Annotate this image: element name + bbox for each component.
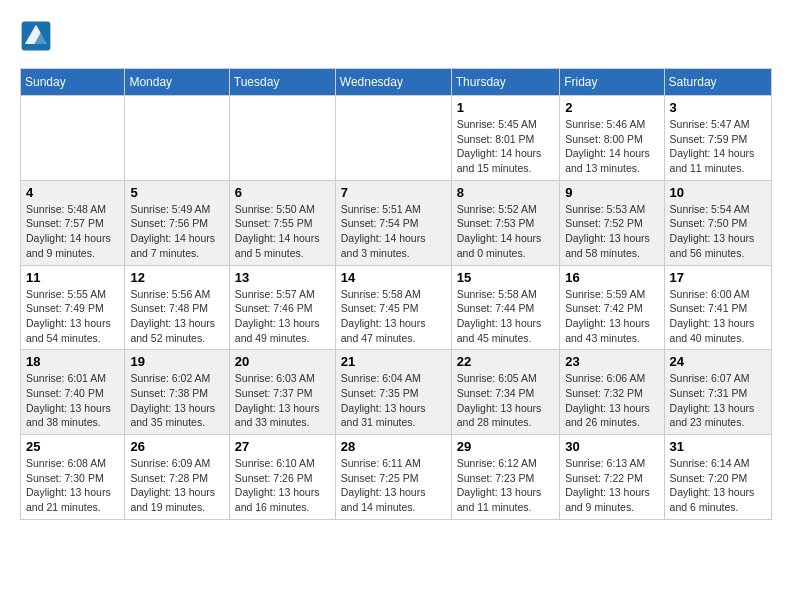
day-number: 5 — [130, 185, 223, 200]
header-saturday: Saturday — [664, 69, 771, 96]
table-row — [229, 96, 335, 181]
header-wednesday: Wednesday — [335, 69, 451, 96]
table-row: 12Sunrise: 5:56 AM Sunset: 7:48 PM Dayli… — [125, 265, 229, 350]
table-row: 27Sunrise: 6:10 AM Sunset: 7:26 PM Dayli… — [229, 435, 335, 520]
day-info: Sunrise: 6:12 AM Sunset: 7:23 PM Dayligh… — [457, 456, 554, 515]
day-number: 26 — [130, 439, 223, 454]
table-row: 7Sunrise: 5:51 AM Sunset: 7:54 PM Daylig… — [335, 180, 451, 265]
day-info: Sunrise: 5:52 AM Sunset: 7:53 PM Dayligh… — [457, 202, 554, 261]
day-info: Sunrise: 5:46 AM Sunset: 8:00 PM Dayligh… — [565, 117, 658, 176]
day-number: 2 — [565, 100, 658, 115]
table-row: 14Sunrise: 5:58 AM Sunset: 7:45 PM Dayli… — [335, 265, 451, 350]
day-number: 24 — [670, 354, 766, 369]
day-number: 6 — [235, 185, 330, 200]
day-info: Sunrise: 5:50 AM Sunset: 7:55 PM Dayligh… — [235, 202, 330, 261]
table-row: 10Sunrise: 5:54 AM Sunset: 7:50 PM Dayli… — [664, 180, 771, 265]
table-row: 30Sunrise: 6:13 AM Sunset: 7:22 PM Dayli… — [560, 435, 664, 520]
header-friday: Friday — [560, 69, 664, 96]
header-tuesday: Tuesday — [229, 69, 335, 96]
table-row: 17Sunrise: 6:00 AM Sunset: 7:41 PM Dayli… — [664, 265, 771, 350]
day-number: 31 — [670, 439, 766, 454]
table-row: 31Sunrise: 6:14 AM Sunset: 7:20 PM Dayli… — [664, 435, 771, 520]
day-info: Sunrise: 5:54 AM Sunset: 7:50 PM Dayligh… — [670, 202, 766, 261]
table-row: 11Sunrise: 5:55 AM Sunset: 7:49 PM Dayli… — [21, 265, 125, 350]
table-row: 26Sunrise: 6:09 AM Sunset: 7:28 PM Dayli… — [125, 435, 229, 520]
day-info: Sunrise: 5:58 AM Sunset: 7:44 PM Dayligh… — [457, 287, 554, 346]
table-row: 5Sunrise: 5:49 AM Sunset: 7:56 PM Daylig… — [125, 180, 229, 265]
calendar-table: SundayMondayTuesdayWednesdayThursdayFrid… — [20, 68, 772, 520]
day-number: 10 — [670, 185, 766, 200]
week-row-2: 4Sunrise: 5:48 AM Sunset: 7:57 PM Daylig… — [21, 180, 772, 265]
table-row: 8Sunrise: 5:52 AM Sunset: 7:53 PM Daylig… — [451, 180, 559, 265]
logo-icon — [20, 20, 52, 52]
day-number: 20 — [235, 354, 330, 369]
table-row: 24Sunrise: 6:07 AM Sunset: 7:31 PM Dayli… — [664, 350, 771, 435]
day-number: 30 — [565, 439, 658, 454]
day-info: Sunrise: 5:48 AM Sunset: 7:57 PM Dayligh… — [26, 202, 119, 261]
day-info: Sunrise: 5:56 AM Sunset: 7:48 PM Dayligh… — [130, 287, 223, 346]
day-info: Sunrise: 6:07 AM Sunset: 7:31 PM Dayligh… — [670, 371, 766, 430]
day-info: Sunrise: 6:02 AM Sunset: 7:38 PM Dayligh… — [130, 371, 223, 430]
day-info: Sunrise: 6:00 AM Sunset: 7:41 PM Dayligh… — [670, 287, 766, 346]
day-info: Sunrise: 5:58 AM Sunset: 7:45 PM Dayligh… — [341, 287, 446, 346]
day-info: Sunrise: 6:03 AM Sunset: 7:37 PM Dayligh… — [235, 371, 330, 430]
table-row — [21, 96, 125, 181]
table-row: 21Sunrise: 6:04 AM Sunset: 7:35 PM Dayli… — [335, 350, 451, 435]
day-number: 7 — [341, 185, 446, 200]
day-number: 4 — [26, 185, 119, 200]
day-number: 19 — [130, 354, 223, 369]
week-row-3: 11Sunrise: 5:55 AM Sunset: 7:49 PM Dayli… — [21, 265, 772, 350]
day-info: Sunrise: 5:47 AM Sunset: 7:59 PM Dayligh… — [670, 117, 766, 176]
header-thursday: Thursday — [451, 69, 559, 96]
day-number: 1 — [457, 100, 554, 115]
table-row: 28Sunrise: 6:11 AM Sunset: 7:25 PM Dayli… — [335, 435, 451, 520]
header-monday: Monday — [125, 69, 229, 96]
day-number: 16 — [565, 270, 658, 285]
header-sunday: Sunday — [21, 69, 125, 96]
day-info: Sunrise: 6:01 AM Sunset: 7:40 PM Dayligh… — [26, 371, 119, 430]
table-row: 6Sunrise: 5:50 AM Sunset: 7:55 PM Daylig… — [229, 180, 335, 265]
day-number: 29 — [457, 439, 554, 454]
calendar-header-row: SundayMondayTuesdayWednesdayThursdayFrid… — [21, 69, 772, 96]
day-number: 18 — [26, 354, 119, 369]
week-row-1: 1Sunrise: 5:45 AM Sunset: 8:01 PM Daylig… — [21, 96, 772, 181]
day-info: Sunrise: 6:04 AM Sunset: 7:35 PM Dayligh… — [341, 371, 446, 430]
day-number: 8 — [457, 185, 554, 200]
day-number: 12 — [130, 270, 223, 285]
table-row: 15Sunrise: 5:58 AM Sunset: 7:44 PM Dayli… — [451, 265, 559, 350]
day-number: 13 — [235, 270, 330, 285]
logo — [20, 20, 56, 52]
day-number: 22 — [457, 354, 554, 369]
day-info: Sunrise: 5:51 AM Sunset: 7:54 PM Dayligh… — [341, 202, 446, 261]
table-row: 1Sunrise: 5:45 AM Sunset: 8:01 PM Daylig… — [451, 96, 559, 181]
week-row-4: 18Sunrise: 6:01 AM Sunset: 7:40 PM Dayli… — [21, 350, 772, 435]
day-number: 14 — [341, 270, 446, 285]
day-info: Sunrise: 6:10 AM Sunset: 7:26 PM Dayligh… — [235, 456, 330, 515]
day-number: 3 — [670, 100, 766, 115]
table-row: 22Sunrise: 6:05 AM Sunset: 7:34 PM Dayli… — [451, 350, 559, 435]
table-row: 25Sunrise: 6:08 AM Sunset: 7:30 PM Dayli… — [21, 435, 125, 520]
day-number: 15 — [457, 270, 554, 285]
table-row: 4Sunrise: 5:48 AM Sunset: 7:57 PM Daylig… — [21, 180, 125, 265]
day-number: 25 — [26, 439, 119, 454]
day-number: 23 — [565, 354, 658, 369]
day-info: Sunrise: 6:06 AM Sunset: 7:32 PM Dayligh… — [565, 371, 658, 430]
day-info: Sunrise: 6:05 AM Sunset: 7:34 PM Dayligh… — [457, 371, 554, 430]
day-number: 21 — [341, 354, 446, 369]
table-row: 19Sunrise: 6:02 AM Sunset: 7:38 PM Dayli… — [125, 350, 229, 435]
day-number: 17 — [670, 270, 766, 285]
day-info: Sunrise: 5:53 AM Sunset: 7:52 PM Dayligh… — [565, 202, 658, 261]
day-info: Sunrise: 5:59 AM Sunset: 7:42 PM Dayligh… — [565, 287, 658, 346]
table-row: 2Sunrise: 5:46 AM Sunset: 8:00 PM Daylig… — [560, 96, 664, 181]
table-row: 9Sunrise: 5:53 AM Sunset: 7:52 PM Daylig… — [560, 180, 664, 265]
day-info: Sunrise: 5:45 AM Sunset: 8:01 PM Dayligh… — [457, 117, 554, 176]
day-info: Sunrise: 6:08 AM Sunset: 7:30 PM Dayligh… — [26, 456, 119, 515]
day-number: 28 — [341, 439, 446, 454]
day-info: Sunrise: 6:09 AM Sunset: 7:28 PM Dayligh… — [130, 456, 223, 515]
table-row: 13Sunrise: 5:57 AM Sunset: 7:46 PM Dayli… — [229, 265, 335, 350]
table-row: 18Sunrise: 6:01 AM Sunset: 7:40 PM Dayli… — [21, 350, 125, 435]
day-info: Sunrise: 5:49 AM Sunset: 7:56 PM Dayligh… — [130, 202, 223, 261]
table-row: 3Sunrise: 5:47 AM Sunset: 7:59 PM Daylig… — [664, 96, 771, 181]
table-row — [125, 96, 229, 181]
day-number: 27 — [235, 439, 330, 454]
